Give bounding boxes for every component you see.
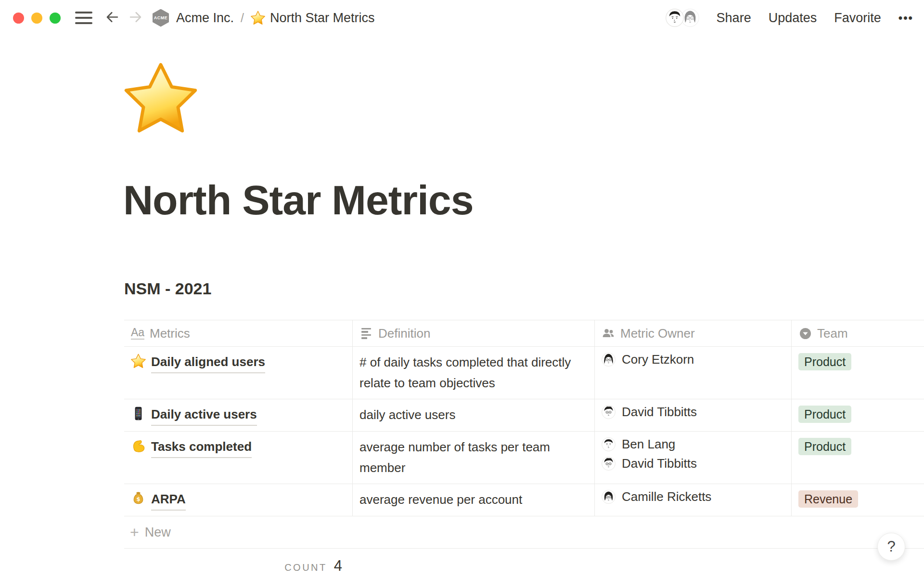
team-cell[interactable]: Product	[792, 399, 924, 431]
metric-owner-cell[interactable]: David Tibbitts	[595, 399, 792, 431]
moneybag-icon: $	[131, 491, 146, 506]
column-header-definition[interactable]: Definition	[353, 320, 595, 346]
metric-cell[interactable]: Daily active users	[124, 399, 353, 431]
column-header-metrics[interactable]: Aa Metrics	[124, 320, 353, 346]
table-header-row: Aa Metrics Definition Metric Owner Team	[124, 320, 924, 347]
biceps-icon	[131, 438, 146, 453]
table-count-footer[interactable]: COUNT 4	[124, 549, 353, 575]
metric-owner-cell[interactable]: Cory Etzkorn	[595, 347, 792, 399]
team-tag[interactable]: Product	[798, 353, 851, 370]
new-row-label: New	[145, 525, 171, 540]
align-left-icon	[359, 327, 373, 340]
column-label: Metric Owner	[620, 326, 695, 341]
metric-page-link[interactable]: Tasks completed	[151, 437, 252, 458]
sidebar-menu-icon[interactable]	[75, 12, 92, 24]
avatar	[602, 437, 616, 451]
table-row: Tasks completedaverage number of tasks p…	[124, 432, 924, 484]
team-cell[interactable]: Product	[792, 347, 924, 399]
breadcrumb-separator: /	[241, 11, 244, 25]
database-title[interactable]: NSM - 2021	[124, 279, 211, 298]
star-icon	[131, 354, 146, 368]
metric-page-link[interactable]: ARPA	[151, 489, 186, 511]
team-tag[interactable]: Revenue	[798, 490, 858, 508]
more-options-icon[interactable]: •••	[898, 11, 913, 25]
back-arrow-icon[interactable]	[105, 10, 120, 26]
avatar[interactable]	[666, 9, 684, 27]
page-star-icon	[251, 11, 265, 25]
breadcrumb: ACME Acme Inc. / North Star Metrics	[153, 9, 375, 27]
person-chip[interactable]: David Tibbitts	[602, 405, 783, 420]
plus-icon: +	[130, 525, 139, 540]
select-property-icon	[798, 327, 812, 340]
close-window-button[interactable]	[13, 13, 24, 24]
person-chip[interactable]: Cory Etzkorn	[602, 352, 783, 367]
help-button[interactable]: ?	[877, 533, 905, 561]
count-value: 4	[334, 557, 342, 575]
window-titlebar: ACME Acme Inc. / North Star Metrics Shar…	[0, 0, 924, 36]
table-row: Daily aligned users# of daily tasks comp…	[124, 347, 924, 399]
metric-page-link[interactable]: Daily active users	[151, 405, 257, 426]
text-property-icon: Aa	[131, 327, 144, 340]
share-button[interactable]: Share	[717, 11, 751, 26]
metric-owner-cell[interactable]: Ben Lang David Tibbitts	[595, 432, 792, 484]
table-row: Daily active usersdaily active users Dav…	[124, 399, 924, 432]
metric-cell[interactable]: $ ARPA	[124, 484, 353, 516]
person-chip[interactable]: Camille Ricketts	[602, 489, 783, 504]
forward-arrow-icon	[128, 10, 143, 26]
svg-text:$: $	[136, 496, 140, 502]
breadcrumb-workspace[interactable]: Acme Inc.	[176, 11, 234, 26]
person-name: Ben Lang	[622, 437, 675, 452]
team-tag[interactable]: Product	[798, 438, 851, 455]
avatar	[602, 405, 616, 419]
favorite-button[interactable]: Favorite	[834, 11, 881, 26]
definition-cell[interactable]: # of daily tasks completed that directly…	[353, 347, 595, 399]
metric-cell[interactable]: Daily aligned users	[124, 347, 353, 399]
person-name: David Tibbitts	[622, 456, 697, 471]
column-header-team[interactable]: Team	[792, 320, 924, 346]
page-title[interactable]: North Star Metrics	[123, 176, 474, 224]
metric-page-link[interactable]: Daily aligned users	[151, 352, 265, 373]
minimize-window-button[interactable]	[31, 13, 42, 24]
person-name: David Tibbitts	[622, 405, 697, 420]
definition-cell[interactable]: average number of tasks per team member	[353, 432, 595, 484]
metrics-table: Aa Metrics Definition Metric Owner Team …	[124, 320, 924, 575]
breadcrumb-page[interactable]: North Star Metrics	[270, 11, 375, 26]
count-label: COUNT	[284, 562, 327, 573]
zoom-window-button[interactable]	[50, 13, 61, 24]
avatar	[602, 353, 616, 367]
people-icon	[602, 327, 615, 340]
definition-cell[interactable]: average revenue per account	[353, 484, 595, 516]
avatar	[602, 457, 616, 471]
column-label: Metrics	[150, 326, 190, 341]
person-name: Camille Ricketts	[622, 489, 711, 504]
team-cell[interactable]: Revenue	[792, 484, 924, 516]
updates-button[interactable]: Updates	[769, 11, 817, 26]
table-row: $ ARPAaverage revenue per account Camill…	[124, 484, 924, 516]
column-label: Team	[817, 326, 848, 341]
team-tag[interactable]: Product	[798, 406, 851, 423]
phone-icon	[131, 406, 146, 421]
metric-cell[interactable]: Tasks completed	[124, 432, 353, 484]
metric-owner-cell[interactable]: Camille Ricketts	[595, 484, 792, 516]
column-header-metric-owner[interactable]: Metric Owner	[595, 320, 792, 346]
person-chip[interactable]: David Tibbitts	[602, 456, 783, 471]
page-icon-star[interactable]	[124, 62, 197, 135]
person-name: Cory Etzkorn	[622, 352, 694, 367]
person-chip[interactable]: Ben Lang	[602, 437, 783, 452]
collaborator-avatars[interactable]	[666, 9, 699, 27]
team-cell[interactable]: Product	[792, 432, 924, 484]
avatar	[602, 490, 616, 504]
window-controls	[13, 13, 61, 24]
definition-cell[interactable]: daily active users	[353, 399, 595, 431]
workspace-logo-icon[interactable]: ACME	[153, 9, 169, 27]
new-row-button[interactable]: + New	[124, 516, 924, 549]
column-label: Definition	[378, 326, 430, 341]
